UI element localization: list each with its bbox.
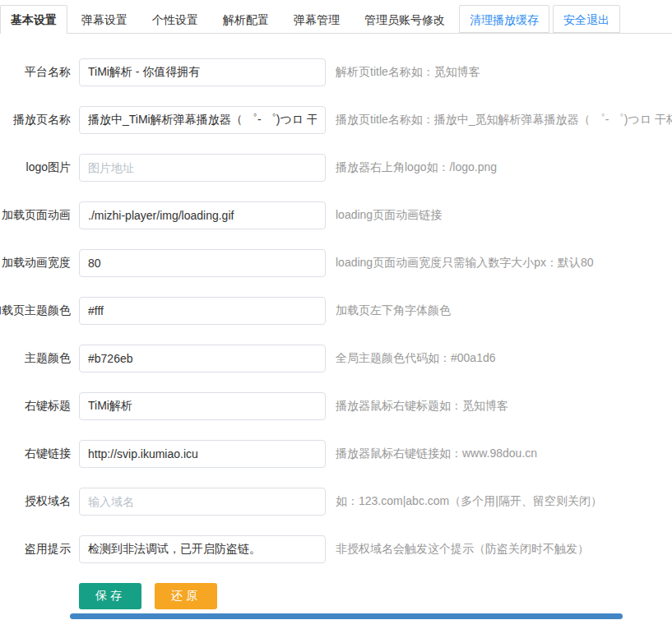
field-hint: 播放器鼠标右键标题如：觅知博客 [336,399,508,414]
form-row-loading-width: 加载动画宽度 loading页面动画宽度只需输入数字大小px：默认80 [0,249,672,277]
form-row-anti-theft-message: 盗用提示 非授权域名会触发这个提示（防盗关闭时不触发） [0,535,672,563]
loading-width-input[interactable] [79,249,326,277]
tab-admin-account[interactable]: 管理员账号修改 [354,5,456,33]
loading-text-color-input[interactable] [79,297,326,325]
anti-theft-message-input[interactable] [79,535,326,563]
field-label: 加载页面动画 [0,208,71,223]
platform-name-input[interactable] [79,58,326,86]
field-hint: 解析页title名称如：觅知博客 [336,65,480,80]
field-label: 加载页主题颜色 [0,303,71,318]
form-row-theme-color: 主题颜色 全局主题颜色代码如：#00a1d6 [0,345,672,372]
logo-image-input[interactable] [79,154,326,182]
field-label: 右键链接 [0,446,71,461]
form-row-loading-text-color: 加载页主题颜色 加载页左下角字体颜色 [0,297,672,325]
authorized-domains-input[interactable] [79,488,326,516]
field-label: 主题颜色 [0,351,71,366]
form-row-context-menu-title: 右键标题 播放器鼠标右键标题如：觅知博客 [0,392,672,420]
player-page-title-input[interactable] [79,106,326,134]
field-hint: loading页面动画宽度只需输入数字大小px：默认80 [336,256,594,271]
form-row-context-menu-link: 右键链接 播放器鼠标右键链接如：www.98dou.cn [0,440,672,468]
settings-form: 平台名称 解析页title名称如：觅知博客 播放页名称 播放页title名称如：… [0,34,672,609]
field-hint: 非授权域名会触发这个提示（防盗关闭时不触发） [336,542,589,557]
context-menu-title-input[interactable] [79,392,326,420]
button-row: 保存 还原 [79,583,672,609]
field-hint: 播放页title名称如：播放中_觅知解析弹幕播放器（ ゜- ゜)つロ 干杯~ [336,113,672,127]
field-hint: 如：123.com|abc.com（多个用|隔开、留空则关闭） [336,494,602,509]
field-hint: 全局主题颜色代码如：#00a1d6 [336,351,496,366]
form-row-player-page-title: 播放页名称 播放页title名称如：播放中_觅知解析弹幕播放器（ ゜- ゜)つロ… [0,106,672,134]
field-hint: 播放器右上角logo如：/logo.png [336,160,497,175]
field-hint: 播放器鼠标右键链接如：www.98dou.cn [336,446,537,461]
tab-basic-settings[interactable]: 基本设置 [0,5,67,34]
field-label: 授权域名 [0,494,71,509]
tab-bar: 基本设置 弹幕设置 个性设置 解析配置 弹幕管理 管理员账号修改 清理播放缓存 … [0,0,672,34]
field-label: 平台名称 [0,65,71,80]
tab-danmu-management[interactable]: 弹幕管理 [283,5,350,33]
context-menu-link-input[interactable] [79,440,326,468]
form-row-authorized-domains: 授权域名 如：123.com|abc.com（多个用|隔开、留空则关闭） [0,488,672,516]
tab-logout[interactable]: 安全退出 [553,5,620,33]
field-hint: 加载页左下角字体颜色 [336,303,451,318]
form-row-platform-name: 平台名称 解析页title名称如：觅知博客 [0,58,672,86]
reset-button[interactable]: 还原 [155,583,217,609]
save-button[interactable]: 保存 [79,583,141,609]
tab-danmu-settings[interactable]: 弹幕设置 [71,5,138,33]
horizontal-scrollbar[interactable] [70,613,623,619]
field-label: 播放页名称 [0,113,71,127]
loading-animation-input[interactable] [79,201,326,229]
field-label: logo图片 [0,160,71,175]
tab-parse-config[interactable]: 解析配置 [212,5,280,33]
tab-clear-play-cache[interactable]: 清理播放缓存 [459,5,549,33]
field-label: 加载动画宽度 [0,256,71,271]
form-row-logo-image: logo图片 播放器右上角logo如：/logo.png [0,154,672,182]
field-label: 右键标题 [0,399,71,414]
theme-color-input[interactable] [79,345,326,372]
tab-personalization[interactable]: 个性设置 [141,5,209,33]
field-hint: loading页面动画链接 [336,208,442,223]
form-row-loading-animation: 加载页面动画 loading页面动画链接 [0,201,672,229]
field-label: 盗用提示 [0,542,71,557]
